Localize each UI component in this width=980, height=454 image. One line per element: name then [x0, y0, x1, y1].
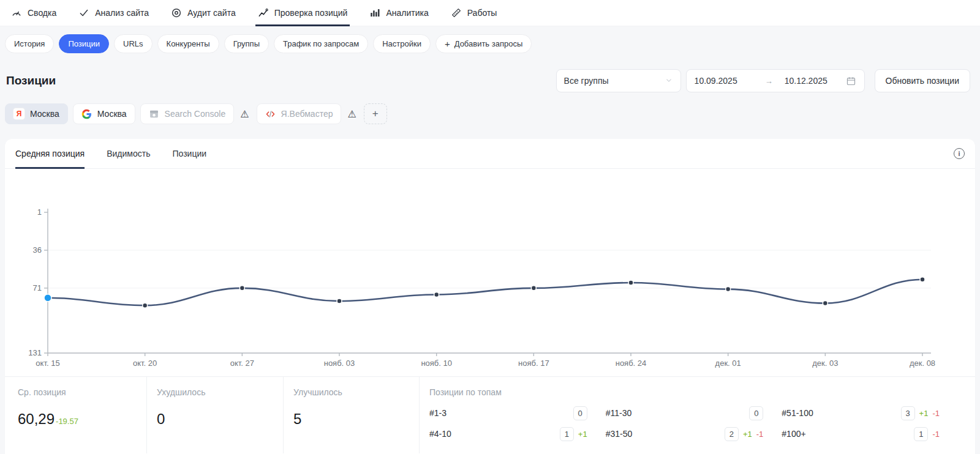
stat-label: Ухудшилось: [157, 387, 277, 397]
stat-avg-position: Ср. позиция 60,29 -19.57: [5, 377, 146, 453]
pill-history[interactable]: История: [5, 34, 54, 53]
plus-icon: +: [372, 108, 379, 120]
tab-label: Средняя позиция: [15, 149, 85, 158]
tops-grid: #1-3 0 #4-10 1+1 #11-30 0 #31-50 2+1-1 #…: [429, 405, 969, 442]
top-count: 1: [914, 427, 928, 441]
nav-item-summary[interactable]: Сводка: [11, 0, 56, 26]
tops-label: Позиции по топам: [429, 387, 969, 397]
stat-value: 60,29: [18, 411, 55, 428]
warning-icon: ⚠: [347, 108, 356, 120]
stats-summary: Ср. позиция 60,29 -19.57 Ухудшилось 0 Ул…: [5, 376, 975, 453]
chart-tabs: Средняя позиция Видимость Позиции i: [5, 139, 975, 169]
check-icon: [78, 7, 89, 18]
svg-text:нояб. 24: нояб. 24: [616, 359, 647, 368]
engine-label: Я.Вебмастер: [281, 109, 333, 119]
tab-positions[interactable]: Позиции: [172, 139, 206, 168]
title-row: Позиции Все группы 10.09.2025 → 10.12.20…: [0, 53, 980, 92]
avg-position-chart: 13671131окт. 15окт. 20окт. 27нояб. 03ноя…: [5, 174, 975, 374]
group-select-value: Все группы: [564, 76, 609, 86]
add-queries-button[interactable]: + Добавить запросы: [435, 34, 532, 53]
nav-item-works[interactable]: Работы: [451, 0, 497, 26]
engine-tab-search-console[interactable]: Search Console: [140, 103, 235, 124]
nav-label: Аналитика: [386, 8, 428, 18]
pill-label: Группы: [233, 39, 260, 48]
plus-icon: +: [445, 39, 450, 49]
top-range-51-100: #51-100 3+1-1: [782, 405, 940, 421]
tab-average-position[interactable]: Средняя позиция: [15, 139, 85, 168]
tab-visibility[interactable]: Видимость: [107, 139, 150, 168]
top-range-label: #1-3: [429, 408, 447, 418]
svg-text:1: 1: [37, 207, 42, 217]
top-range-label: #51-100: [782, 408, 813, 418]
pill-urls[interactable]: URLs: [114, 34, 153, 53]
engine-label: Москва: [97, 109, 127, 119]
stat-improved: Улучшилось 5: [283, 377, 419, 453]
top-delta-up: +1: [578, 430, 587, 439]
date-range-picker[interactable]: 10.09.2025 → 10.12.2025: [686, 69, 865, 92]
chart-area: 13671131окт. 15окт. 20окт. 27нояб. 03ноя…: [5, 174, 975, 376]
top-delta-down: -1: [932, 409, 940, 418]
info-icon[interactable]: i: [954, 148, 965, 159]
nav-item-site-analysis[interactable]: Анализ сайта: [78, 0, 149, 26]
engine-label: Москва: [30, 109, 59, 119]
svg-text:71: 71: [33, 283, 42, 292]
nav-label: Аудит сайта: [187, 8, 236, 18]
pill-label: Конкуренты: [167, 39, 210, 48]
engine-tab-yandex-webmaster[interactable]: Я.Вебмастер: [257, 103, 342, 124]
nav-item-site-audit[interactable]: Аудит сайта: [171, 0, 236, 26]
pill-positions[interactable]: Позиции: [59, 34, 109, 53]
nav-item-position-check[interactable]: Проверка позиций: [258, 0, 348, 26]
top-range-label: #11-30: [606, 408, 632, 418]
engine-tab-google-moscow[interactable]: Москва: [73, 103, 135, 124]
stat-delta: -19.57: [56, 417, 78, 426]
stat-value: 5: [293, 411, 301, 428]
stat-label: Улучшилось: [293, 387, 413, 397]
arrow-right-icon: →: [765, 76, 773, 86]
pill-query-traffic[interactable]: Трафик по запросам: [274, 34, 368, 53]
stat-value: 0: [157, 411, 165, 428]
top-count: 3: [901, 406, 915, 420]
stat-label: Ср. позиция: [18, 387, 140, 397]
search-console-icon: [149, 109, 159, 119]
top-delta-up: +1: [743, 430, 752, 439]
gauge-icon: [11, 7, 22, 18]
top-range-31-50: #31-50 2+1-1: [606, 426, 764, 442]
button-label: Обновить позиции: [886, 76, 959, 86]
top-delta-down: -1: [756, 430, 764, 439]
nav-label: Работы: [467, 8, 497, 18]
bar-chart-icon: [369, 7, 380, 18]
stat-tops: Позиции по топам #1-3 0 #4-10 1+1 #11-30…: [419, 377, 975, 453]
pill-competitors[interactable]: Конкуренты: [157, 34, 219, 53]
date-from: 10.09.2025: [695, 76, 737, 86]
engine-tab-yandex-moscow[interactable]: Я Москва: [5, 103, 68, 124]
google-icon: [81, 109, 92, 119]
svg-text:окт. 27: окт. 27: [230, 359, 254, 368]
trend-icon: [258, 7, 269, 18]
svg-text:нояб. 03: нояб. 03: [324, 359, 355, 368]
yandex-icon: Я: [13, 108, 24, 119]
webmaster-icon: [265, 109, 276, 119]
update-positions-button[interactable]: Обновить позиции: [875, 69, 970, 92]
top-count: 0: [749, 406, 763, 420]
page-title: Позиции: [6, 74, 56, 87]
pill-label: Трафик по запросам: [283, 39, 359, 48]
top-count: 1: [560, 427, 574, 441]
add-engine-button[interactable]: +: [364, 103, 387, 124]
svg-text:дек. 01: дек. 01: [715, 359, 741, 368]
svg-text:нояб. 17: нояб. 17: [518, 359, 549, 368]
pill-groups[interactable]: Группы: [224, 34, 269, 53]
pill-label: Настройки: [382, 39, 421, 48]
group-select[interactable]: Все группы: [556, 69, 681, 92]
engine-label: Search Console: [165, 109, 226, 119]
section-pills: История Позиции URLs Конкуренты Группы Т…: [0, 26, 980, 53]
top-range-label: #100+: [782, 429, 805, 439]
warning-icon: ⚠: [240, 108, 249, 120]
pill-settings[interactable]: Настройки: [373, 34, 431, 53]
top-count: 0: [573, 406, 587, 420]
top-count: 2: [725, 427, 739, 441]
top-range-100-plus: #100+ 1-1: [782, 426, 940, 442]
disc-icon: [171, 7, 182, 18]
top-navigation: Сводка Анализ сайта Аудит сайта Проверка…: [0, 0, 980, 26]
svg-text:нояб. 10: нояб. 10: [421, 359, 452, 368]
nav-item-analytics[interactable]: Аналитика: [369, 0, 428, 26]
